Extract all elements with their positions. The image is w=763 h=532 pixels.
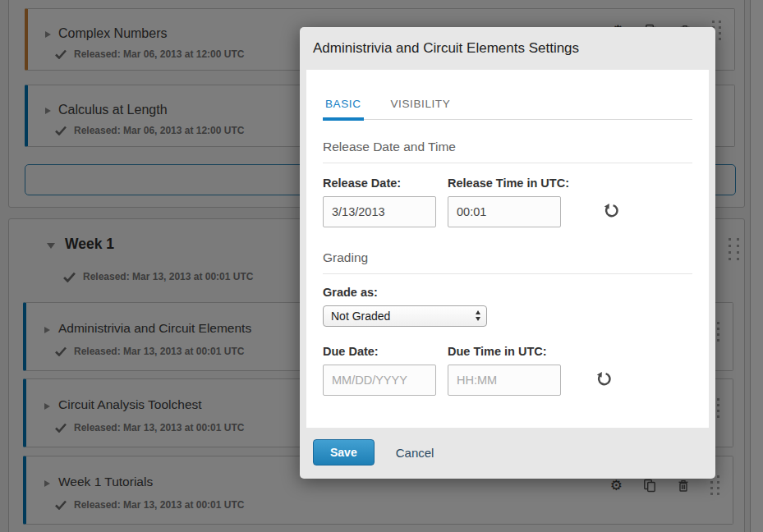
due-date-field: Due Date: <box>323 345 448 396</box>
reset-due-date-button[interactable] <box>596 370 612 388</box>
grade-as-select[interactable]: Not Graded <box>323 305 487 327</box>
release-section-heading: Release Date and Time <box>323 140 692 163</box>
tab-visibility[interactable]: VISIBILITY <box>388 98 453 121</box>
cancel-link[interactable]: Cancel <box>396 446 434 460</box>
release-fields-row: Release Date: Release Time in UTC: <box>323 177 692 227</box>
release-date-input[interactable] <box>323 196 436 227</box>
studio-course-outline-page: Complex Numbers Released: Mar 06, 2013 a… <box>0 0 763 532</box>
modal-actions: Save Cancel <box>313 439 434 466</box>
due-time-label: Due Time in UTC: <box>448 345 572 358</box>
modal-title: Administrivia and Circuit Elements Setti… <box>300 27 715 70</box>
release-time-label: Release Time in UTC: <box>448 177 572 190</box>
grade-as-field: Grade as: Not Graded <box>323 286 448 327</box>
release-time-input[interactable] <box>448 196 561 227</box>
settings-tabs: BASIC VISIBILITY <box>323 98 692 120</box>
reset-release-date-button[interactable] <box>604 202 619 220</box>
due-time-field: Due Time in UTC: <box>448 345 572 396</box>
release-date-label: Release Date: <box>323 177 448 190</box>
save-button[interactable]: Save <box>313 439 375 466</box>
due-date-input[interactable] <box>323 365 436 396</box>
due-date-label: Due Date: <box>323 345 448 358</box>
subsection-settings-modal: Administrivia and Circuit Elements Setti… <box>300 27 715 479</box>
grade-as-label: Grade as: <box>323 286 448 299</box>
grade-as-selected-value: Not Graded <box>331 310 390 323</box>
reset-icon <box>604 202 619 218</box>
modal-body: BASIC VISIBILITY Release Date and Time R… <box>306 70 709 428</box>
release-date-field: Release Date: <box>323 177 448 227</box>
release-time-field: Release Time in UTC: <box>448 177 572 227</box>
tab-basic[interactable]: BASIC <box>323 98 364 121</box>
reset-icon <box>596 370 612 386</box>
due-fields-row: Due Date: Due Time in UTC: <box>323 345 692 396</box>
grading-section-heading: Grading <box>323 250 692 274</box>
due-time-input[interactable] <box>448 365 561 396</box>
select-arrows-icon <box>476 310 480 321</box>
